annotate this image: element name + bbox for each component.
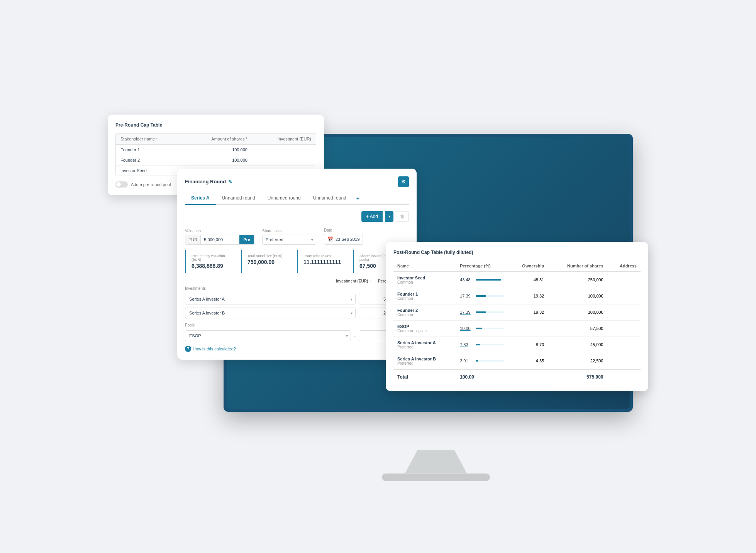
pre-round-toggle[interactable] [115,181,128,188]
add-chevron-button[interactable]: ▾ [385,211,393,222]
tab-add-button[interactable]: + [353,193,363,204]
post-ownership: 4.35 [508,353,548,369]
delete-button[interactable]: 🗑 [396,211,409,222]
post-stakeholder-name: Founder 2 Common [393,304,456,320]
tab-unnamed-2[interactable]: Unnamed round [261,193,307,205]
investors-list: Series A investor A Series A investor B [185,294,409,318]
table-col-headers: Investment (EUR) ↕ Perce... [185,279,409,283]
add-button[interactable]: + Add [361,211,383,222]
post-round-row: Series A investor A Preferred 7.83 8.70 … [393,337,641,353]
post-stakeholder-name: ESOP Common · option [393,320,456,337]
total-ownership [508,369,548,383]
share-class-label: Share class [262,229,316,233]
post-round-row: ESOP Common · option 10.00 – 57,500 [393,320,641,337]
investor-select-wrapper: Series A investor B [185,308,356,318]
investor-select[interactable]: Series A investor A [185,294,356,304]
calc-link[interactable]: ? How is this calculated? [185,346,409,352]
share-class-group: Share class Preferred Common [262,229,316,245]
post-stakeholder-name: Founder 1 Common [393,288,456,304]
date-label: Date [324,228,363,232]
valuation-input[interactable] [201,235,239,244]
th-stakeholder-name: Stakeholder name * [116,134,185,145]
tabs-container: Series A Unnamed round Unnamed round Unn… [185,193,409,205]
valuation-group: Valuation EUR Pre [185,229,254,245]
post-percentage: 17.39 [456,304,508,320]
pre-round-title: Pre-Round Cap Table [115,122,316,128]
share-class-select[interactable]: Preferred Common [262,235,316,245]
post-stakeholder-name: Investor Seed Common [393,272,456,288]
pre-round-toggle-label: Add a pre-round pool [131,182,171,187]
pre-round-row: Founder 2 100,000 [116,155,316,165]
post-th-ownership: Ownership [508,260,548,272]
tab-unnamed-3[interactable]: Unnamed round [307,193,353,205]
post-stakeholder-name: Series A investor A Preferred [393,337,456,353]
post-address [607,337,641,353]
financing-round-card: Financing Round ✎ ⚙ Series A Unnamed rou… [177,169,417,360]
post-ownership: 48.31 [508,272,548,288]
post-address [607,288,641,304]
total-label: Total [393,369,456,383]
gear-button[interactable]: ⚙ [398,176,409,187]
post-percentage: 17.39 [456,288,508,304]
monitor-base [382,474,490,481]
post-round-table: Name Percentage (%) Ownership Number of … [393,260,641,383]
pre-round-investment [252,144,316,155]
stat-label: Total round size (EUR) [247,254,288,258]
pools-section: Pools ESOP - [185,323,409,341]
post-th-address: Address [607,260,641,272]
investor-select[interactable]: Series A investor B [185,308,356,318]
calc-icon: ? [185,346,191,352]
pre-round-stakeholder: Founder 2 [116,155,185,165]
stat-value: 11.1111111111 [303,259,344,265]
post-round-row: Investor Seed Common 43.48 48.31 250,000 [393,272,641,288]
post-ownership: 19.32 [508,304,548,320]
stat-value: 6,388,888.89 [192,263,232,269]
post-shares: 100,000 [548,288,607,304]
post-th-percentage: Percentage (%) [456,260,508,272]
post-shares: 22,500 [548,353,607,369]
stat-item: Total round size (EUR) 750,000.00 [241,250,293,273]
date-input[interactable]: 📅 23 Sep 2019 [324,234,363,245]
scene: Pre-Round Cap Table Stakeholder name * A… [108,103,648,450]
post-ownership: 8.70 [508,337,548,353]
post-address [607,353,641,369]
valuation-row: Valuation EUR Pre Share class Preferred … [185,228,409,245]
total-shares: 575,000 [548,369,607,383]
post-round-card: Post-Round Cap Table (fully diluted) Nam… [386,242,648,391]
tab-unnamed-1[interactable]: Unnamed round [216,193,261,205]
toggle-knob [116,182,121,187]
pre-round-investment [252,155,316,165]
tab-series-a[interactable]: Series A [185,193,216,205]
post-round-row: Series A investor B Preferred 3.91 4.35 … [393,353,641,369]
pool-select-wrapper: ESOP [185,330,351,341]
stat-item: Issue price (EUR) 11.1111111111 [297,250,349,273]
total-percentage: 100.00 [456,369,508,383]
stats-row: Post-money valuation (EUR) 6,388,888.89 … [185,250,409,273]
date-group: Date 📅 23 Sep 2019 [324,228,363,245]
post-shares: 100,000 [548,304,607,320]
post-address [607,320,641,337]
th-investment: Investment (EUR) ↕ [185,279,375,283]
share-class-select-wrapper: Preferred Common [262,235,316,245]
post-percentage: 3.91 [456,353,508,369]
post-percentage: 7.83 [456,337,508,353]
th-investment: Investment (EUR) [252,134,316,145]
stat-item: Post-money valuation (EUR) 6,388,888.89 [185,250,237,273]
pools-label: Pools [185,323,409,327]
investor-select-wrapper: Series A investor A [185,294,356,304]
currency-prefix: EUR [185,235,201,244]
pool-select[interactable]: ESOP [185,330,351,341]
post-address [607,272,641,288]
post-shares: 250,000 [548,272,607,288]
post-round-row: Founder 2 Common 17.39 19.32 100,000 [393,304,641,320]
monitor-stand [405,450,467,474]
edit-icon[interactable]: ✎ [228,179,232,184]
pre-round-shares: 100,000 [185,144,252,155]
date-value: 23 Sep 2019 [336,237,359,242]
post-shares: 57,500 [548,320,607,337]
stat-value: 750,000.00 [247,259,288,265]
pool-row: ESOP - [185,330,409,341]
stat-label: Issue price (EUR) [303,254,344,258]
total-address [607,369,641,383]
post-address [607,304,641,320]
